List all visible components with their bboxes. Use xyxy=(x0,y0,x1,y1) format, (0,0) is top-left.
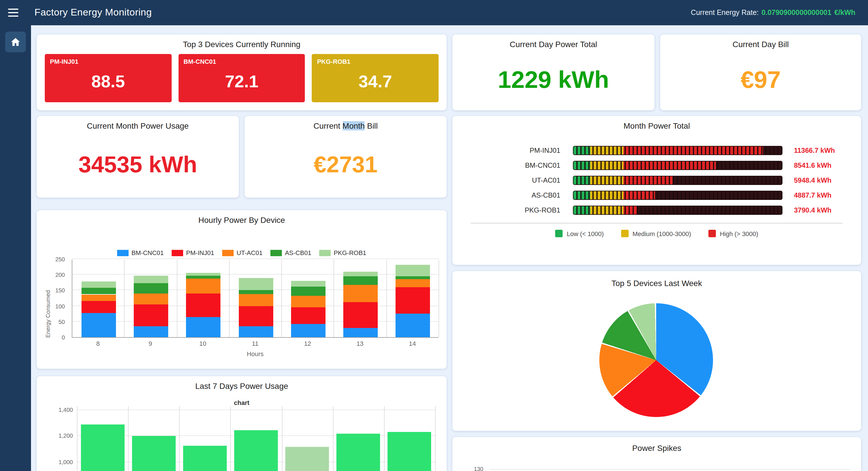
chart-subtitle: chart xyxy=(37,399,446,406)
legend-label: Low (< 1000) xyxy=(567,230,603,237)
gauge-device-label: PKG-ROB1 xyxy=(453,206,561,214)
legend-swatch xyxy=(319,249,331,256)
stacked-bar-segment xyxy=(291,296,326,307)
gridline xyxy=(281,260,282,337)
stacked-bar-segment xyxy=(239,306,273,326)
home-button[interactable] xyxy=(5,32,26,52)
card-title: Current Month Bill xyxy=(245,116,446,131)
card-top5-last-week: Top 5 Devices Last Week xyxy=(453,271,861,431)
card-title: Current Month Power Usage xyxy=(37,116,239,131)
gridline xyxy=(384,406,384,471)
card-month-power-total: Month Power Total PM-INJ0111366.7 kWhBM-… xyxy=(453,116,861,265)
legend-item: BM-CNC01 xyxy=(117,249,164,256)
month-power-usage-value: 34535 kWh xyxy=(79,151,197,177)
y-axis-tick: 130 xyxy=(468,466,484,471)
stacked-bar-segment xyxy=(81,301,116,313)
y-tick: 150 xyxy=(55,288,65,294)
legend-swatch xyxy=(271,249,282,256)
x-tick: 9 xyxy=(124,340,177,347)
card-month-bill: Current Month Bill €2731 xyxy=(245,116,446,198)
legend-item: Medium (1000-3000) xyxy=(621,230,691,237)
gridline xyxy=(333,406,333,471)
card-title: Power Spikes xyxy=(453,437,861,453)
y-tick: 50 xyxy=(59,319,65,325)
gauge-legend: Low (< 1000)Medium (1000-3000)High (> 30… xyxy=(471,223,843,237)
gauge-bar xyxy=(573,161,782,170)
stacked-bar-segment xyxy=(239,294,273,306)
dashboard: Top 3 Devices Currently Running PM-INJ01… xyxy=(31,25,868,471)
stacked-bar-segment xyxy=(291,307,326,324)
gauge-row: PM-INJ0111366.7 kWh xyxy=(453,146,861,155)
bar xyxy=(388,432,431,471)
hourly-chart: Energy Consumed 050100150200250 89101112… xyxy=(37,260,446,363)
gauge-rows: PM-INJ0111366.7 kWhBM-CNC018541.6 kWhUT-… xyxy=(453,146,861,215)
plot-area xyxy=(72,260,439,338)
month-bill-value: €2731 xyxy=(314,151,377,177)
app-root: Factory Energy Monitoring Current Energy… xyxy=(0,0,868,471)
stacked-bar-segment xyxy=(343,272,378,276)
stacked-bar-segment xyxy=(239,290,273,294)
stacked-bar-segment xyxy=(81,294,116,301)
stacked-bar-segment xyxy=(396,279,430,287)
x-tick: 11 xyxy=(229,340,282,347)
stacked-bar-segment xyxy=(186,294,220,317)
gridline xyxy=(179,406,180,471)
stacked-bar-segment xyxy=(134,326,168,337)
gridline xyxy=(229,260,229,337)
y-tick: 200 xyxy=(55,272,65,278)
selected-text: Month xyxy=(342,121,365,130)
device-value: 72.1 xyxy=(178,60,305,102)
gridline xyxy=(386,260,386,337)
x-tick: 13 xyxy=(334,340,386,347)
y-tick: 1,000 xyxy=(59,459,73,465)
legend-swatch xyxy=(172,249,183,256)
gauge-row: BM-CNC018541.6 kWh xyxy=(453,161,861,170)
legend-label: PKG-ROB1 xyxy=(334,249,366,256)
gridline xyxy=(72,259,439,259)
stacked-bar-segment xyxy=(343,276,378,285)
legend-swatch xyxy=(708,230,716,237)
gauge-value: 3790.4 kWh xyxy=(794,206,832,214)
top-navbar: Factory Energy Monitoring Current Energy… xyxy=(0,0,868,25)
gridline xyxy=(334,260,334,337)
gauge-row: AS-CB014887.7 kWh xyxy=(453,191,861,200)
stacked-bar-segment xyxy=(396,314,430,337)
card-title: Hourly Power By Device xyxy=(37,210,446,225)
stacked-bar-segment xyxy=(134,276,168,284)
bar xyxy=(337,434,380,471)
stacked-bar-segment xyxy=(343,302,378,328)
x-tick: 12 xyxy=(281,340,334,347)
y-tick: 250 xyxy=(55,256,65,263)
gridline xyxy=(128,406,129,471)
gridline xyxy=(77,410,435,410)
gauge-bar xyxy=(573,176,782,185)
stacked-bar-segment xyxy=(186,273,220,276)
bar xyxy=(285,447,329,471)
card-power-spikes: Power Spikes 130 xyxy=(453,437,861,471)
gauge-bar xyxy=(573,191,782,200)
card-title: Month Power Total xyxy=(453,116,861,131)
device-tile: BM-CNC01 72.1 xyxy=(178,54,305,102)
gridline xyxy=(124,260,125,337)
y-tick: 100 xyxy=(55,303,65,309)
legend-label: High (> 3000) xyxy=(720,230,758,237)
stacked-bar-segment xyxy=(134,294,168,304)
bar xyxy=(234,430,278,471)
gauge-value: 11366.7 kWh xyxy=(794,146,835,154)
legend-label: PM-INJ01 xyxy=(186,249,214,256)
stacked-bar-segment xyxy=(186,276,220,278)
energy-rate: Current Energy Rate: 0.0790900000000001 … xyxy=(691,0,856,25)
gauge-device-label: UT-AC01 xyxy=(453,176,561,184)
card-hourly-power: Hourly Power By Device BM-CNC01PM-INJ01U… xyxy=(37,210,446,369)
stacked-bar-segment xyxy=(343,328,378,337)
stacked-bar-segment xyxy=(343,285,378,302)
stacked-bar-segment xyxy=(239,278,273,290)
legend-item: AS-CB01 xyxy=(271,249,311,256)
gauge-device-label: BM-CNC01 xyxy=(453,161,561,170)
gauge-device-label: AS-CB01 xyxy=(453,191,561,199)
gridline xyxy=(77,406,78,471)
legend-label: Medium (1000-3000) xyxy=(632,230,691,237)
card-title: Top 5 Devices Last Week xyxy=(453,271,861,288)
menu-icon[interactable] xyxy=(8,7,23,19)
y-tick: 0 xyxy=(62,334,65,341)
